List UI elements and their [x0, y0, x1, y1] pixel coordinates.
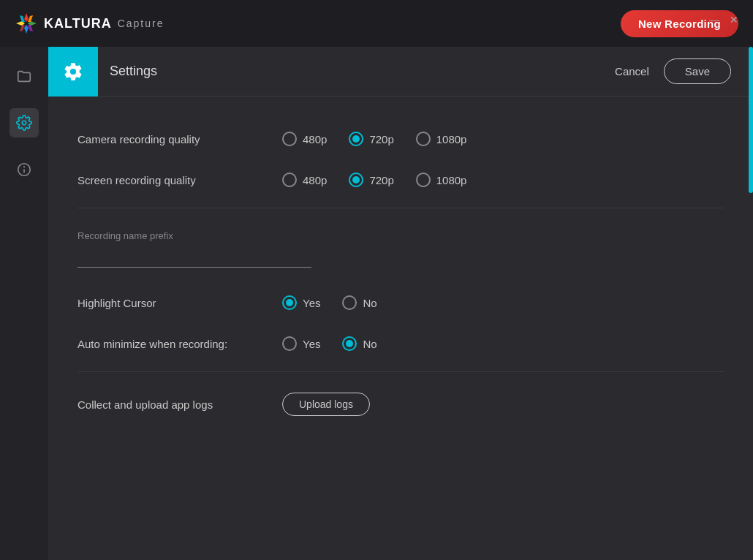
highlight-no-radio[interactable] — [342, 295, 357, 310]
auto-minimize-yes-radio[interactable] — [282, 336, 297, 351]
camera-480p-option[interactable]: 480p — [282, 132, 327, 146]
screen-480p-label: 480p — [303, 174, 327, 186]
info-icon — [16, 162, 32, 178]
camera-1080p-radio[interactable] — [416, 132, 431, 146]
screen-1080p-option[interactable]: 1080p — [416, 173, 467, 187]
screen-quality-row: Screen recording quality 480p 720p 1080p — [77, 159, 724, 200]
highlight-no-label: No — [363, 297, 376, 309]
svg-marker-0 — [24, 13, 29, 22]
folder-icon — [16, 68, 32, 84]
settings-body: Camera recording quality 480p 720p 1080p — [48, 97, 753, 451]
highlight-cursor-row: Highlight Cursor Yes No — [77, 282, 724, 323]
main-layout: Settings Cancel Save Camera recording qu… — [0, 47, 753, 560]
content-area: Settings Cancel Save Camera recording qu… — [48, 47, 753, 560]
camera-quality-label: Camera recording quality — [77, 133, 282, 145]
sidebar-item-info[interactable] — [10, 155, 39, 184]
svg-marker-2 — [24, 25, 29, 34]
auto-minimize-label: Auto minimize when recording: — [77, 338, 282, 350]
prefix-input[interactable] — [77, 249, 311, 268]
screen-720p-label: 720p — [369, 174, 393, 186]
camera-1080p-option[interactable]: 1080p — [416, 132, 467, 146]
camera-720p-radio[interactable] — [349, 132, 363, 146]
settings-title: Settings — [110, 64, 157, 79]
divider-1 — [77, 208, 724, 208]
camera-720p-option[interactable]: 720p — [349, 132, 393, 146]
highlight-yes-option[interactable]: Yes — [282, 295, 320, 310]
scrollbar-track[interactable] — [749, 47, 753, 193]
settings-header-actions: Cancel Save — [615, 58, 731, 84]
settings-header-icon — [63, 61, 83, 82]
highlight-no-option[interactable]: No — [342, 295, 376, 310]
auto-minimize-row: Auto minimize when recording: Yes No — [77, 323, 724, 364]
save-button[interactable]: Save — [664, 58, 731, 84]
screen-quality-options: 480p 720p 1080p — [282, 173, 466, 187]
window-controls: — ✕ — [709, 15, 738, 25]
sidebar-item-settings[interactable] — [10, 108, 39, 137]
auto-minimize-yes-label: Yes — [303, 338, 320, 350]
prefix-section: Recording name prefix — [77, 216, 724, 282]
highlight-yes-radio[interactable] — [282, 295, 297, 310]
auto-minimize-no-label: No — [363, 338, 376, 350]
auto-minimize-no-radio[interactable] — [342, 336, 357, 351]
app-subtitle: Capture — [118, 18, 164, 29]
sidebar — [0, 47, 48, 560]
settings-icon-box — [48, 47, 98, 97]
prefix-label: Recording name prefix — [77, 230, 724, 241]
upload-logs-button[interactable]: Upload logs — [282, 393, 370, 416]
camera-720p-label: 720p — [369, 133, 393, 145]
screen-quality-label: Screen recording quality — [77, 174, 282, 186]
settings-gear-icon — [16, 115, 32, 131]
camera-480p-radio[interactable] — [282, 132, 297, 146]
svg-marker-7 — [28, 25, 33, 31]
auto-minimize-no-option[interactable]: No — [342, 336, 376, 351]
highlight-yes-label: Yes — [303, 297, 320, 309]
screen-720p-radio[interactable] — [349, 173, 363, 187]
titlebar-left: KALTURA Capture — [15, 12, 164, 35]
screen-480p-option[interactable]: 480p — [282, 173, 327, 187]
screen-480p-radio[interactable] — [282, 173, 297, 187]
divider-2 — [77, 371, 724, 372]
camera-quality-options: 480p 720p 1080p — [282, 132, 466, 146]
highlight-cursor-label: Highlight Cursor — [77, 297, 282, 309]
svg-marker-6 — [20, 15, 25, 22]
titlebar: KALTURA Capture New Recording — ✕ — [0, 0, 753, 47]
screen-720p-option[interactable]: 720p — [349, 173, 393, 187]
auto-minimize-yes-option[interactable]: Yes — [282, 336, 320, 351]
settings-header: Settings Cancel Save — [48, 47, 753, 97]
settings-header-left: Settings — [48, 47, 157, 97]
camera-1080p-label: 1080p — [436, 133, 467, 145]
kaltura-logo-icon — [15, 12, 38, 35]
svg-marker-5 — [28, 15, 33, 22]
highlight-cursor-options: Yes No — [282, 295, 377, 310]
auto-minimize-options: Yes No — [282, 336, 377, 351]
app-logs-row: Collect and upload app logs Upload logs — [77, 379, 724, 429]
kaltura-logo: KALTURA Capture — [15, 12, 164, 35]
camera-quality-row: Camera recording quality 480p 720p 1080p — [77, 118, 724, 159]
cancel-button[interactable]: Cancel — [615, 65, 649, 77]
svg-point-9 — [22, 121, 26, 125]
close-button[interactable]: ✕ — [730, 15, 738, 25]
screen-1080p-radio[interactable] — [416, 173, 431, 187]
svg-marker-8 — [20, 25, 25, 31]
app-logs-label: Collect and upload app logs — [77, 398, 282, 411]
screen-1080p-label: 1080p — [436, 174, 467, 186]
camera-480p-label: 480p — [303, 133, 327, 145]
app-title: KALTURA — [44, 16, 112, 31]
minimize-button[interactable]: — — [709, 15, 719, 25]
sidebar-item-folder[interactable] — [10, 61, 39, 91]
